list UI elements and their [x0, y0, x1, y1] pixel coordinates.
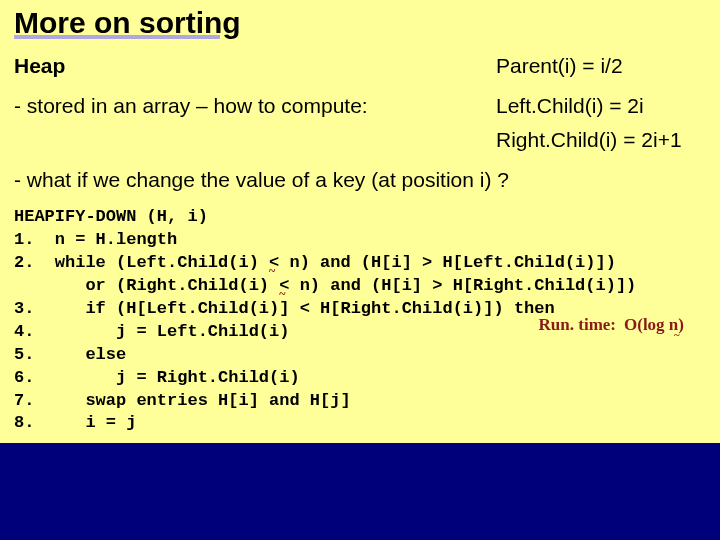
code-line-8: 7. swap entries H[i] and H[j] [14, 391, 351, 410]
runtime-value: O(log n) [624, 315, 684, 334]
whatif-line: - what if we change the value of a key (… [14, 168, 706, 192]
leq-annot-2: <~ [279, 275, 289, 298]
code-block: HEAPIFY-DOWN (H, i) 1. n = H.length 2. w… [14, 206, 706, 435]
code-line-7: 6. j = Right.Child(i) [14, 368, 300, 387]
parent-formula: Parent(i) = i/2 [496, 54, 706, 78]
code-line-3b: n) and (H[i] > H[Right.Child(i)]) [289, 276, 636, 295]
runtime-label: Run. time: [539, 315, 616, 334]
code-line-9: 8. i = j [14, 413, 136, 432]
code-line-6: 5. else [14, 345, 126, 364]
code-line-2b: n) and (H[i] > H[Left.Child(i)]) [279, 253, 616, 272]
code-line-2a: 2. while (Left.Child(i) [14, 253, 269, 272]
code-line-5: 4. j = Left.Child(i) [14, 322, 289, 341]
slide-content: More on sorting Heap Parent(i) = i/2 - s… [0, 0, 720, 443]
stored-row: - stored in an array – how to compute: L… [14, 94, 706, 118]
rightchild-row: Right.Child(i) = 2i+1 [14, 128, 706, 152]
leq-annot-1: <~ [269, 252, 279, 275]
code-line-1: 1. n = H.length [14, 230, 177, 249]
rightchild-formula: Right.Child(i) = 2i+1 [496, 128, 706, 152]
code-line-0: HEAPIFY-DOWN (H, i) [14, 207, 208, 226]
code-line-3a: or (Right.Child(i) [14, 276, 279, 295]
leftchild-formula: Left.Child(i) = 2i [496, 94, 706, 118]
heap-label: Heap [14, 54, 65, 78]
heap-row: Heap Parent(i) = i/2 [14, 54, 706, 78]
runtime-annotation: Run. time:O(log n) [539, 314, 684, 337]
slide-title: More on sorting [14, 6, 706, 40]
stored-line: - stored in an array – how to compute: [14, 94, 368, 118]
